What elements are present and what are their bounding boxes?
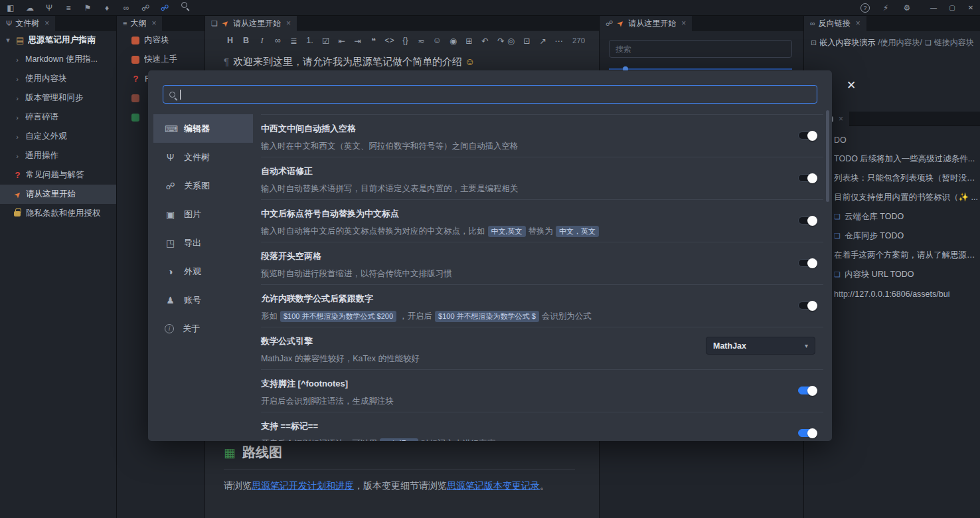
search-icon[interactable]	[179, 0, 189, 17]
feedback-icon[interactable]: ⚡	[880, 0, 891, 16]
chevron-icon[interactable]: ▾	[4, 36, 12, 44]
roadmap-link[interactable]: 思源笔记开发计划和进度	[252, 480, 354, 491]
help-icon[interactable]: ?	[860, 3, 870, 13]
file-tree-icon[interactable]: Ψ	[44, 0, 54, 16]
outline-item-label: 内容块	[144, 35, 169, 46]
dock-panel-icon[interactable]: ◧	[5, 0, 16, 16]
settings-menu-item[interactable]: ◑外观	[153, 257, 253, 286]
filetree-item[interactable]: ?常见问题与解答	[0, 165, 116, 185]
filetree-item[interactable]: ›自定义外观	[0, 127, 116, 146]
tag-icon[interactable]: ♦	[102, 0, 112, 16]
editor-paragraph[interactable]: ¶欢迎来到这里，请允许我为思源笔记做个简单的介绍☺	[224, 56, 475, 68]
settings-menu-item[interactable]: ▣图片	[153, 200, 253, 228]
graph-search-input[interactable]	[609, 40, 792, 58]
chevron-icon[interactable]: ›	[13, 114, 21, 122]
block-icon	[131, 114, 139, 122]
italic-icon[interactable]: I	[257, 36, 267, 46]
settings-menu-item[interactable]: ♟账号	[153, 286, 253, 314]
dialog-close-icon[interactable]: ✕	[845, 79, 858, 92]
emoji-icon[interactable]: ☺	[432, 36, 442, 45]
chevron-icon[interactable]: ›	[13, 56, 21, 64]
close-icon[interactable]: ×	[286, 19, 291, 28]
filetree-item[interactable]: ➤请从这里开始	[0, 185, 116, 204]
tab-outline[interactable]: ≡ 大纲 ×	[117, 16, 162, 31]
settings-search-box[interactable]	[163, 85, 817, 104]
fullscreen-icon[interactable]: ↗	[538, 36, 548, 46]
filetree-item[interactable]: ›碎言碎语	[0, 108, 116, 127]
settings-menu-item[interactable]: ☍关系图	[153, 171, 253, 200]
outline-item[interactable]: 快速上手	[117, 50, 204, 69]
record-icon[interactable]: ◉	[448, 36, 458, 46]
filetree-item[interactable]: ›Markdown 使用指...	[0, 50, 116, 69]
chevron-icon[interactable]: ›	[13, 94, 21, 102]
close-icon[interactable]: ×	[44, 19, 49, 28]
bullet-list-icon[interactable]: ≣	[289, 36, 299, 46]
outdent-icon[interactable]: ⇤	[337, 36, 347, 46]
close-icon[interactable]: ×	[839, 114, 843, 124]
quote-icon[interactable]: ❝	[368, 36, 378, 46]
filetree-notebook[interactable]: ▾▤思源笔记用户指南	[0, 31, 116, 50]
filetree-item[interactable]: 隐私条款和使用授权	[0, 204, 116, 223]
dialog-scrollbar[interactable]	[826, 110, 829, 202]
undo-icon[interactable]: ↶	[480, 36, 490, 46]
cloud-sync-icon[interactable]: ☁	[25, 0, 35, 16]
chevron-icon[interactable]: ›	[13, 133, 21, 141]
tab-backlinks[interactable]: ∞ 反向链接 ×	[804, 16, 866, 31]
redo-icon[interactable]: ↷	[496, 36, 506, 46]
filetree-item[interactable]: ›使用内容块	[0, 69, 116, 88]
code-block-icon[interactable]: {}	[400, 36, 410, 45]
chevron-icon[interactable]: ›	[13, 152, 21, 160]
table-icon[interactable]: ⊞	[464, 36, 474, 46]
outline-item[interactable]: 内容块	[117, 31, 204, 50]
clear-format-icon[interactable]: ≂	[416, 36, 426, 46]
math-engine-select[interactable]: MathJax▾	[706, 337, 815, 355]
graph-slider[interactable]	[609, 68, 792, 70]
heading-icon[interactable]: H	[225, 36, 235, 45]
tab-file-tree[interactable]: Ψ 文件树 ×	[0, 16, 55, 31]
link-ref-icon[interactable]: ∞	[121, 0, 131, 16]
ordered-list-icon[interactable]: 1.	[305, 36, 315, 45]
roadmap-link[interactable]: 思源笔记版本变更记录	[447, 480, 540, 491]
backlink-breadcrumb[interactable]: ⊡嵌入内容块演示 /使用内容块/❏链接内容块	[811, 37, 979, 48]
more-icon[interactable]: ⋯	[554, 36, 564, 46]
close-button[interactable]: ✕	[961, 0, 980, 16]
link-icon[interactable]: ∞	[273, 36, 283, 45]
bookmark-icon[interactable]: ⚑	[82, 0, 93, 16]
toggle-switch[interactable]	[798, 429, 817, 437]
settings-search-input[interactable]	[185, 89, 811, 100]
global-graph-icon[interactable]: ☍	[159, 0, 170, 16]
export-icon[interactable]: ⊡	[522, 36, 532, 46]
bold-icon[interactable]: B	[241, 36, 251, 45]
tab-graph-doc[interactable]: ☍ ➤ 请从这里开始 ×	[600, 16, 692, 31]
chevron-down-icon: ▾	[805, 342, 808, 349]
settings-menu-item[interactable]: ◳导出	[153, 228, 253, 257]
toggle-switch[interactable]	[798, 259, 817, 267]
toggle-switch[interactable]	[798, 387, 817, 394]
menu-label: 导出	[184, 237, 201, 249]
settings-menu-item[interactable]: Ψ文件树	[153, 143, 253, 171]
graph-icon[interactable]: ☍	[140, 0, 151, 16]
filetree-item[interactable]: ›版本管理和同步	[0, 88, 116, 108]
toggle-switch[interactable]	[798, 302, 817, 309]
indent-icon[interactable]: ⇥	[353, 36, 363, 46]
settings-icon[interactable]: ⚙	[902, 0, 912, 16]
filetree-item[interactable]: ›通用操作	[0, 146, 116, 165]
close-icon[interactable]: ×	[151, 19, 156, 28]
toggle-switch[interactable]	[798, 131, 817, 139]
tab-document[interactable]: ❏ ➤ 请从这里开始 ×	[205, 16, 297, 31]
toggle-switch[interactable]	[798, 216, 817, 224]
settings-menu-item[interactable]: i关于	[153, 314, 253, 343]
minimize-button[interactable]: —	[924, 0, 943, 16]
outline-list-icon[interactable]: ≡	[63, 0, 74, 16]
task-list-icon[interactable]: ☑	[321, 36, 331, 46]
close-icon[interactable]: ×	[856, 19, 860, 28]
preview-icon[interactable]: ◎	[506, 36, 516, 46]
close-icon[interactable]: ×	[681, 19, 686, 28]
settings-row-desc: 开启后会识别标记语法，可以用 ==标记== 对标记文本进行高亮	[261, 438, 823, 441]
chevron-icon[interactable]: ›	[13, 75, 21, 83]
toggle-switch[interactable]	[798, 174, 817, 182]
inline-code-icon[interactable]: <>	[384, 36, 394, 45]
settings-menu-selected[interactable]: ⌨编辑器	[153, 114, 253, 143]
maximize-button[interactable]: ▢	[943, 0, 961, 16]
backlink-item-text: TODO 后续将加入一些高级过滤条件...	[834, 153, 975, 165]
